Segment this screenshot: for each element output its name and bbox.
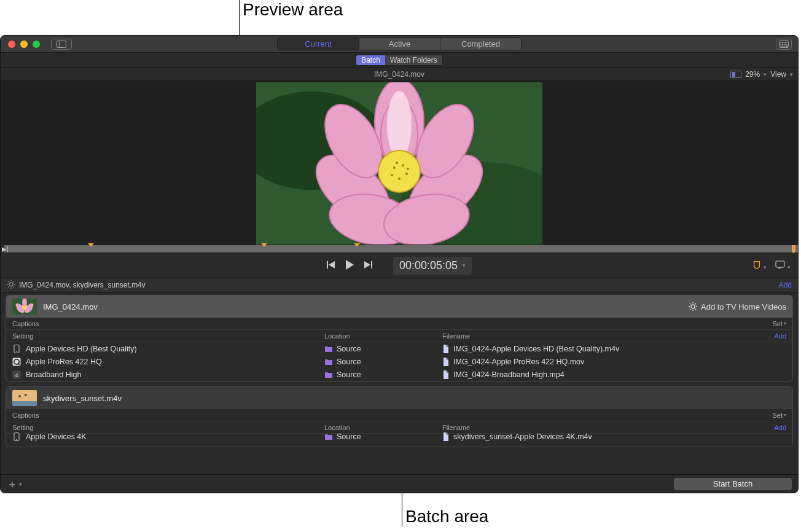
svg-point-60 [16,351,17,352]
col-location: Location [324,332,442,340]
svg-point-68 [25,394,27,396]
jobs-list: IMG_0424.mov Add to TV Home Videos Capti… [1,292,798,452]
next-frame-button[interactable] [364,260,372,271]
preview-filename: IMG_0424.mov [374,70,424,79]
svg-point-67 [18,395,21,397]
preview-image[interactable] [256,82,542,244]
captions-set-button[interactable]: Set▾ [772,320,786,327]
col-setting: Setting [12,332,324,340]
svg-point-27 [391,174,393,176]
output-row[interactable]: Apple Devices HD (Best Quality) Source I… [6,342,792,355]
folder-icon [324,345,333,353]
output-filename: IMG_0424-Apple ProRes 422 HQ.mov [453,358,584,366]
output-setting: Apple Devices 4K [26,432,87,441]
col-filename: Filename [442,424,774,431]
chevron-down-icon: ▾ [764,71,767,77]
timecode-value: 00:00:05:05 [399,259,458,272]
transport-controls: 00:00:05:05 ▾ ▾ ▾ [1,253,798,278]
timeline[interactable]: ▶| [1,244,798,253]
svg-point-9 [786,45,787,47]
output-location: Source [337,345,361,353]
subtab-batch[interactable]: Batch [356,55,385,65]
batch-mode-tabs-bar: Batch Watch Folders [1,53,798,68]
folder-icon [324,371,333,378]
timeline-marker[interactable] [261,243,267,247]
add-output-button[interactable]: Add [774,332,786,340]
svg-point-34 [9,283,13,286]
play-button[interactable] [344,259,355,272]
timeline-marker[interactable] [88,243,94,247]
add-output-button[interactable]: Add [774,424,786,431]
view-menu[interactable]: View [770,70,786,79]
svg-point-24 [393,166,396,169]
timeline-go-to-start-icon[interactable]: ▶| [2,246,9,252]
document-icon [442,358,450,366]
svg-line-40 [14,286,15,288]
timeline-marker[interactable] [354,243,360,247]
svg-line-39 [8,281,9,283]
batch-header-add-button[interactable]: Add [779,281,792,289]
toggle-sidebar-button[interactable] [51,39,72,50]
svg-point-50 [691,305,695,308]
svg-point-28 [398,178,400,180]
output-row[interactable]: 4Broadband High Source IMG_0424-Broadban… [6,368,792,381]
document-icon [442,432,450,441]
chevron-down-icon: ▾ [790,71,793,77]
zoom-window-button[interactable] [33,41,40,48]
svg-point-4 [785,42,786,43]
svg-line-57 [690,309,691,310]
col-location: Location [324,424,442,431]
zoom-level[interactable]: 29% [745,70,760,79]
compare-toggle-button[interactable] [730,71,741,78]
captions-label: Captions [12,412,39,419]
tab-active[interactable]: Active [359,38,440,50]
output-setting: Apple Devices HD (Best Quality) [26,345,137,353]
job-header[interactable]: skydivers_sunset.m4v [6,387,792,409]
svg-point-25 [402,164,404,166]
timecode-field[interactable]: 00:00:05:05 ▾ [393,257,472,275]
window-titlebar: Current Active Completed [1,36,798,53]
svg-point-21 [387,91,412,158]
preview-view-controls: 29%▾ View▾ [730,70,793,79]
svg-point-29 [396,162,398,164]
app-window: Current Active Completed Batch Watch Fol… [0,35,799,493]
captions-label: Captions [12,320,39,327]
svg-point-30 [407,168,409,170]
svg-point-70 [16,439,17,440]
job-header[interactable]: IMG_0424.mov Add to TV Home Videos [6,295,792,318]
output-row[interactable]: Apple Devices 4K Source skydivers_sunset… [6,434,792,447]
tab-current[interactable]: Current [278,38,359,50]
job: IMG_0424.mov Add to TV Home Videos Capti… [6,295,793,381]
svg-line-58 [695,303,697,305]
output-setting: Apple ProRes 422 HQ [26,358,102,366]
svg-text:4: 4 [15,372,18,378]
batch-title: IMG_0424.mov, skydivers_sunset.m4v [19,281,146,289]
chevron-down-icon: ▾ [787,264,791,270]
main-view-tabs: Current Active Completed [277,37,522,50]
batch-gear-icon [7,280,19,291]
output-row[interactable]: Apple ProRes 422 HQ Source IMG_0424-Appl… [6,355,792,368]
output-columns-header: Setting Location Filename Add [6,330,792,342]
job-action-button[interactable]: Add to TV Home Videos [689,302,786,311]
chevron-down-icon: ▾ [764,264,767,270]
caption-menu-button[interactable]: ▾ [775,260,791,271]
captions-set-button[interactable]: Set▾ [772,412,786,419]
job-action-label: Add to TV Home Videos [701,302,786,311]
subtab-watch-folders[interactable]: Watch Folders [385,55,442,65]
marker-menu-button[interactable]: ▾ [752,260,767,271]
toggle-inspector-button[interactable] [776,39,792,50]
device-icon [12,345,21,353]
prev-frame-button[interactable] [327,260,335,271]
batch-footer: ＋▾ Start Batch [1,474,798,493]
batch-mode-tabs: Batch Watch Folders [356,55,443,66]
tab-completed[interactable]: Completed [440,38,521,50]
job-name: skydivers_sunset.m4v [43,394,122,403]
timeline-out-marker[interactable] [792,245,797,254]
minimize-window-button[interactable] [20,41,28,48]
start-batch-button[interactable]: Start Batch [674,478,792,490]
add-menu-button[interactable]: ＋▾ [7,477,22,491]
close-window-button[interactable] [8,41,15,48]
folder-icon [324,433,333,440]
chevron-down-icon: ▾ [463,262,466,268]
callout-preview-label: Preview area [243,0,343,20]
